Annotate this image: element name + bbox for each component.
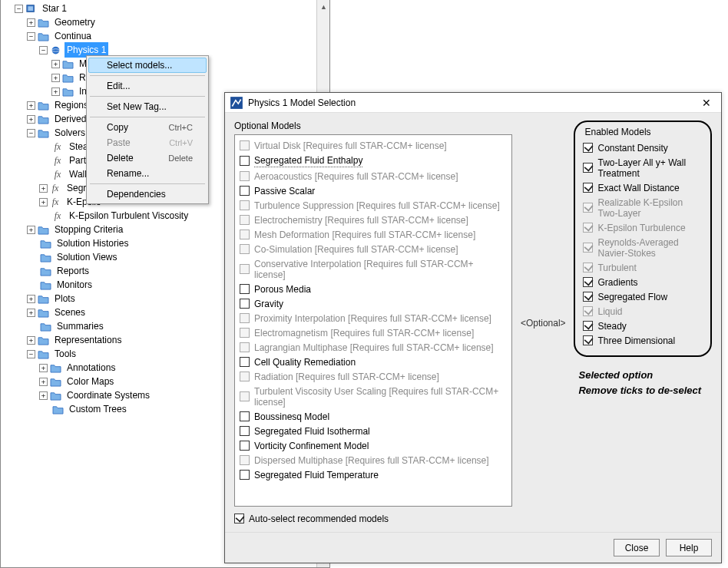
menu-delete[interactable]: DeleteDelete [88,150,207,166]
expand-toggle[interactable]: − [27,129,35,137]
enabled-model-row[interactable]: Constant Density [583,140,704,155]
fx-icon: fx [51,140,64,154]
expand-toggle[interactable]: − [27,32,35,41]
menu-separator [90,117,205,117]
expand-toggle[interactable]: + [27,18,35,27]
tree-annotations[interactable]: Annotations [65,360,117,375]
model-checkbox[interactable] [240,284,250,294]
enabled-models-list[interactable]: Constant DensityTwo-Layer All y+ Wall Tr… [583,140,704,348]
optional-model-row[interactable]: Segregated Fluid Enthalpy [240,153,507,169]
model-checkbox[interactable] [583,277,593,287]
expand-toggle[interactable]: + [27,309,35,317]
expand-toggle[interactable]: + [39,198,48,206]
tree-stopping[interactable]: Stopping Criteria [52,222,125,237]
model-checkbox[interactable] [240,156,250,166]
model-checkbox [240,264,250,274]
model-checkbox[interactable] [240,357,250,367]
menu-set-new-tag[interactable]: Set New Tag... [88,99,207,114]
enabled-model-row[interactable]: Gradients [583,275,704,289]
optional-model-row[interactable]: Boussinesq Model [240,409,507,424]
model-label: Gradients [597,277,637,288]
expand-toggle[interactable]: + [27,115,35,124]
optional-model-row[interactable]: Gravity [240,296,507,311]
model-checkbox[interactable] [240,411,250,421]
menu-select-models[interactable]: Select models... [88,58,207,73]
tree-plots[interactable]: Plots [52,291,78,306]
auto-select-row[interactable]: Auto-select recommended models [234,511,512,526]
expand-toggle[interactable]: + [51,60,60,68]
tree-monitors[interactable]: Monitors [55,277,94,292]
optional-model-row: Virtual Disk [Requires full STAR-CCM+ li… [240,138,507,153]
menu-copy[interactable]: CopyCtrl+C [88,120,207,135]
close-icon[interactable]: ✕ [695,94,718,111]
optional-model-row[interactable]: Porous Media [240,282,507,296]
tree-root[interactable]: Star 1 [40,1,69,16]
expand-toggle[interactable]: + [39,184,48,193]
model-checkbox[interactable] [583,335,593,345]
model-checkbox[interactable] [583,321,593,331]
tree-coordsys[interactable]: Coordinate Systems [65,388,152,403]
tree-solvers[interactable]: Solvers [52,125,88,140]
tree-represent[interactable]: Representations [52,332,124,348]
model-checkbox[interactable] [583,163,593,173]
expand-toggle[interactable]: − [27,350,35,358]
enabled-model-row[interactable]: Segregated Flow [583,289,704,304]
tree-tools[interactable]: Tools [52,346,78,362]
expand-toggle[interactable]: + [51,74,60,82]
tree-solver-item[interactable]: K-Epsilon Turbulent Viscosity [67,208,190,223]
model-checkbox[interactable] [583,143,593,153]
help-button[interactable]: Help [666,539,712,556]
tree-solviews[interactable]: Solution Views [55,249,120,265]
tree-summaries[interactable]: Summaries [55,319,106,334]
enabled-model-row[interactable]: Exact Wall Distance [583,180,704,195]
license-requirement: [Requires full STAR-CCM+ license] [323,215,468,226]
auto-select-checkbox[interactable] [234,514,244,523]
model-label: Mesh Deformation [Requires full STAR-CCM… [254,230,475,240]
tree-customtrees[interactable]: Custom Trees [67,401,129,417]
expand-toggle[interactable]: + [39,391,48,400]
expand-toggle[interactable]: + [51,88,60,96]
tree-solhist[interactable]: Solution Histories [55,236,131,251]
scroll-up-icon[interactable]: ▲ [317,0,330,13]
enabled-model-row[interactable]: Two-Layer All y+ Wall Treatment [583,155,704,180]
expand-toggle[interactable]: + [39,378,48,386]
expand-toggle[interactable]: + [39,364,48,372]
model-label: Vorticity Confinement Model [254,441,369,451]
expand-toggle[interactable]: − [39,46,48,54]
model-checkbox[interactable] [240,299,250,309]
optional-model-row[interactable]: Segregated Fluid Isothermal [240,424,507,438]
optional-model-row[interactable]: Vorticity Confinement Model [240,438,507,453]
optional-models-list[interactable]: Virtual Disk [Requires full STAR-CCM+ li… [234,134,512,507]
menu-edit[interactable]: Edit... [88,78,207,94]
tree-geometry[interactable]: Geometry [52,15,98,30]
model-label: Aeroacoustics [Requires full STAR-CCM+ l… [254,171,458,182]
enabled-model-row[interactable]: Three Dimensional [583,333,704,348]
expand-toggle[interactable]: + [27,101,35,110]
tree-scenes[interactable]: Scenes [52,305,88,320]
model-checkbox[interactable] [583,183,593,193]
optional-model-row: Aeroacoustics [Requires full STAR-CCM+ l… [240,169,507,183]
dialog-titlebar[interactable]: Physics 1 Model Selection ✕ [225,93,721,113]
folder-icon [49,362,61,374]
model-checkbox[interactable] [240,426,250,436]
model-checkbox [240,342,250,352]
tree-continua[interactable]: Continua [52,28,94,44]
optional-model-row[interactable]: Segregated Fluid Temperature [240,467,507,482]
tree-regions[interactable]: Regions [52,97,91,113]
tree-reports[interactable]: Reports [55,263,91,279]
tree-colormaps[interactable]: Color Maps [65,374,116,389]
expand-toggle[interactable]: + [27,226,35,234]
optional-model-row[interactable]: Passive Scalar [240,183,507,198]
optional-model-row[interactable]: Cell Quality Remediation [240,355,507,369]
close-button[interactable]: Close [614,539,660,556]
model-checkbox[interactable] [583,292,593,302]
expand-toggle[interactable]: − [15,5,23,13]
model-checkbox[interactable] [240,186,250,196]
expand-toggle[interactable]: + [27,336,35,345]
model-checkbox[interactable] [240,441,250,451]
menu-rename[interactable]: Rename... [88,166,207,181]
model-checkbox[interactable] [240,470,250,480]
enabled-model-row[interactable]: Steady [583,319,704,333]
expand-toggle[interactable]: + [27,295,35,303]
menu-dependencies[interactable]: Dependencies [88,187,207,202]
